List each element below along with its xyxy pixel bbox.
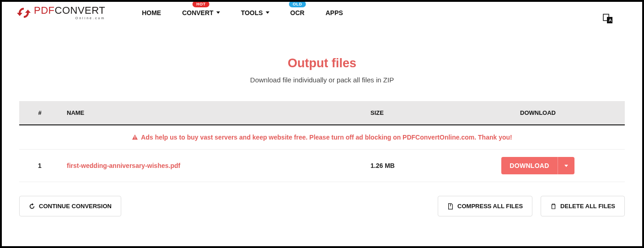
output-section: Output files Download file individually … [2,56,642,84]
files-table: # NAME SIZE DOWNLOAD Ads help us to buy … [19,101,625,182]
download-button[interactable]: DOWNLOAD [501,157,574,174]
file-link[interactable]: first-wedding-anniversary-wishes.pdf [67,162,180,169]
nav-tools[interactable]: TOOLS [241,9,269,16]
row-download-cell: DOWNLOAD [451,150,625,182]
col-header-size: SIZE [364,101,451,125]
logo[interactable]: PDF CONVERT Online.com [16,5,105,20]
archive-icon [447,203,454,210]
row-name-cell: first-wedding-anniversary-wishes.pdf [60,150,364,182]
nav-apps-label: APPS [326,9,343,16]
actions-bar: CONTINUE CONVERSION COMPRESS ALL FILES D… [19,196,625,216]
chevron-down-icon [564,165,568,167]
hot-badge: HOT [193,1,209,7]
nav-apps[interactable]: APPS [326,9,343,16]
trash-icon [550,203,557,210]
nav-ocr[interactable]: OLD OCR [290,9,305,16]
row-index: 1 [19,150,60,182]
delete-label: DELETE ALL FILES [560,203,615,210]
ad-notice-text: Ads help us to buy vast servers and keep… [141,134,512,141]
logo-text-convert: CONVERT [55,5,106,16]
section-title: Output files [2,56,642,70]
language-icon: A [603,14,613,24]
nav-convert-label: CONVERT [182,9,213,16]
download-button-label: DOWNLOAD [501,157,557,174]
ad-notice-row: Ads help us to buy vast servers and keep… [19,125,625,150]
main-nav: HOME HOT CONVERT TOOLS OLD OCR APPS [142,9,343,16]
continue-conversion-button[interactable]: CONTINUE CONVERSION [19,196,121,216]
language-button[interactable]: A [603,14,613,24]
section-subtitle: Download file individually or pack all f… [2,76,642,84]
warning-icon [132,134,138,140]
delete-all-button[interactable]: DELETE ALL FILES [541,196,625,216]
logo-text-pdf: PDF [34,5,55,16]
logo-subtext: Online.com [34,16,105,20]
svg-text:A: A [609,18,612,22]
nav-home[interactable]: HOME [142,9,161,16]
nav-tools-label: TOOLS [241,9,263,16]
svg-rect-4 [135,139,135,139]
chevron-down-icon [216,11,220,14]
files-table-wrap: # NAME SIZE DOWNLOAD Ads help us to buy … [19,101,625,182]
col-header-name: NAME [60,101,364,125]
row-size: 1.26 MB [364,150,451,182]
nav-home-label: HOME [142,9,161,16]
nav-convert[interactable]: HOT CONVERT [182,9,220,16]
col-header-download: DOWNLOAD [451,101,625,125]
col-header-index: # [19,101,60,125]
logo-icon [16,6,31,19]
continue-label: CONTINUE CONVERSION [39,203,112,210]
site-header: PDF CONVERT Online.com HOME HOT CONVERT … [2,2,642,30]
compress-all-button[interactable]: COMPRESS ALL FILES [438,196,532,216]
chevron-down-icon [266,11,269,14]
compress-label: COMPRESS ALL FILES [457,203,523,210]
svg-rect-3 [135,136,135,138]
refresh-icon [29,203,35,210]
old-badge: OLD [289,1,306,7]
table-header-row: # NAME SIZE DOWNLOAD [19,101,625,125]
table-row: 1 first-wedding-anniversary-wishes.pdf 1… [19,150,625,182]
nav-ocr-label: OCR [290,9,305,16]
download-dropdown-toggle[interactable] [558,157,574,174]
